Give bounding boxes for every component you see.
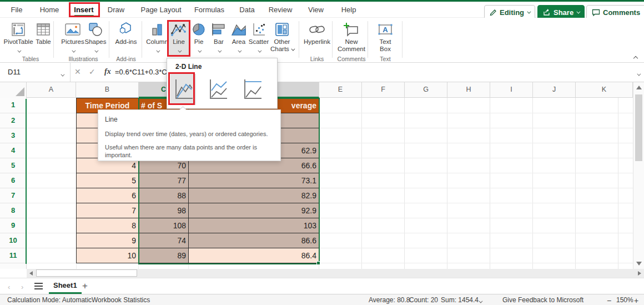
row-header-3[interactable]: 3 [0,128,27,143]
horizontal-scrollbar[interactable] [27,269,644,278]
line-chart-button[interactable]: Line [168,21,189,54]
fill-handle[interactable] [316,261,320,265]
cell-C11[interactable]: 89 [139,248,189,263]
select-all-corner[interactable] [0,82,27,98]
new-comment-button[interactable]: NewComment [334,21,369,53]
row-header-9[interactable]: 9 [0,218,27,233]
pie-chart-button[interactable]: Pie [189,21,209,54]
scroll-up-icon[interactable] [636,86,642,89]
cell-D12[interactable] [189,263,319,269]
column-header-a[interactable]: A [27,82,76,98]
zoom-level[interactable]: 150% [616,296,633,304]
cell-B7[interactable]: 6 [76,188,139,203]
status-aggregates-chevron-icon[interactable] [479,297,481,305]
2d-line-option[interactable] [170,74,196,105]
column-header-e[interactable]: E [319,82,362,98]
column-header-h[interactable]: H [447,82,490,98]
column-chart-button[interactable]: Column [144,21,170,54]
tab-view[interactable]: View [308,2,324,18]
empty-cells[interactable] [319,203,633,218]
cell-A9[interactable] [27,218,76,233]
cell-D8[interactable]: 92.9 [189,203,319,218]
insert-function-icon[interactable]: fx [104,67,111,76]
stacked-line-option[interactable] [205,74,230,105]
cell-C6[interactable]: 77 [139,173,189,188]
area-chart-button[interactable]: Area [229,21,249,54]
cell-C10[interactable]: 74 [139,233,189,248]
row-header-8[interactable]: 8 [0,203,27,218]
empty-cells[interactable] [319,113,633,128]
row-header-11[interactable]: 11 [0,248,27,263]
cell-B8[interactable]: 7 [76,203,139,218]
cell-A4[interactable] [27,143,76,158]
cell-D9[interactable]: 103 [189,218,319,233]
cell-B9[interactable]: 8 [76,218,139,233]
row-header-6[interactable]: 6 [0,173,27,188]
enter-icon[interactable]: ✓ [89,67,95,76]
tab-data[interactable]: Data [239,2,254,18]
tab-draw[interactable]: Draw [108,2,124,18]
tab-file[interactable]: File [11,2,23,18]
cell-A1[interactable] [27,98,76,113]
scroll-right-icon[interactable] [638,271,641,276]
empty-cells[interactable] [319,173,633,188]
empty-cells[interactable] [319,218,633,233]
cell-A8[interactable] [27,203,76,218]
other-charts-button[interactable]: OtherCharts [268,21,296,53]
row-header-10[interactable]: 10 [0,233,27,248]
empty-cells[interactable] [319,128,633,143]
cell-C8[interactable]: 98 [139,203,189,218]
cell-C7[interactable]: 88 [139,188,189,203]
vertical-scrollbar[interactable] [633,82,644,269]
sheet-tab-sheet1[interactable]: Sheet1 [49,278,82,294]
tab-help[interactable]: Help [341,2,356,18]
bar-chart-button[interactable]: Bar [209,21,229,54]
cell-A12[interactable] [27,263,76,269]
column-header-j[interactable]: J [533,82,576,98]
cell-D7[interactable]: 82.9 [189,188,319,203]
column-header-g[interactable]: G [405,82,447,98]
next-sheet-icon[interactable]: › [21,283,23,291]
cell-B12[interactable] [76,263,139,269]
sheet-list-menu-icon[interactable] [34,283,43,289]
tab-insert[interactable]: Insert [74,2,93,18]
row-header-1[interactable]: 1 [0,98,27,113]
column-header-b[interactable]: B [76,82,139,98]
column-header-f[interactable]: F [362,82,405,98]
status-sum[interactable]: Sum: 1454.4 [441,296,479,304]
cell-B10[interactable]: 9 [76,233,139,248]
cell-A3[interactable] [27,128,76,143]
column-header-k[interactable]: K [576,82,633,98]
prev-sheet-icon[interactable]: ‹ [8,283,10,291]
formula-input[interactable]: =0.6*C11+0.3*C1 [115,68,171,76]
vertical-scroll-thumb[interactable] [635,94,642,161]
text-box-button[interactable]: A TextBox [371,21,400,53]
name-box[interactable]: D11 [0,63,71,82]
tab-review[interactable]: Review [269,2,293,18]
empty-cells[interactable] [319,263,633,269]
tab-formulas[interactable]: Formulas [194,2,224,18]
hyperlink-button[interactable]: Hyperlink [300,21,334,46]
tab-home[interactable]: Home [40,2,59,18]
cell-B6[interactable]: 5 [76,173,139,188]
add-sheet-icon[interactable]: + [82,281,88,292]
column-header-i[interactable]: I [490,82,533,98]
row-header-2[interactable]: 2 [0,113,27,128]
cell-C12[interactable] [139,263,189,269]
collapse-ribbon-icon[interactable] [633,56,638,61]
empty-cells[interactable] [319,158,633,173]
feedback-link[interactable]: Give Feedback to Microsoft [502,296,583,304]
empty-cells[interactable] [319,143,633,158]
row-header-4[interactable]: 4 [0,143,27,158]
horizontal-scroll-thumb[interactable] [36,269,137,277]
cell-D11-active[interactable]: 86.4 [189,248,319,263]
zoom-out-icon[interactable]: − [607,296,611,305]
stacked-line-100-option[interactable] [239,74,265,105]
workbook-statistics[interactable]: Workbook Statistics [92,296,150,304]
row-header-7[interactable]: 7 [0,188,27,203]
expand-formula-bar-icon[interactable] [637,72,641,76]
cell-A7[interactable] [27,188,76,203]
cell-A10[interactable] [27,233,76,248]
empty-cells[interactable] [319,188,633,203]
zoom-in-icon[interactable]: + [634,296,638,305]
